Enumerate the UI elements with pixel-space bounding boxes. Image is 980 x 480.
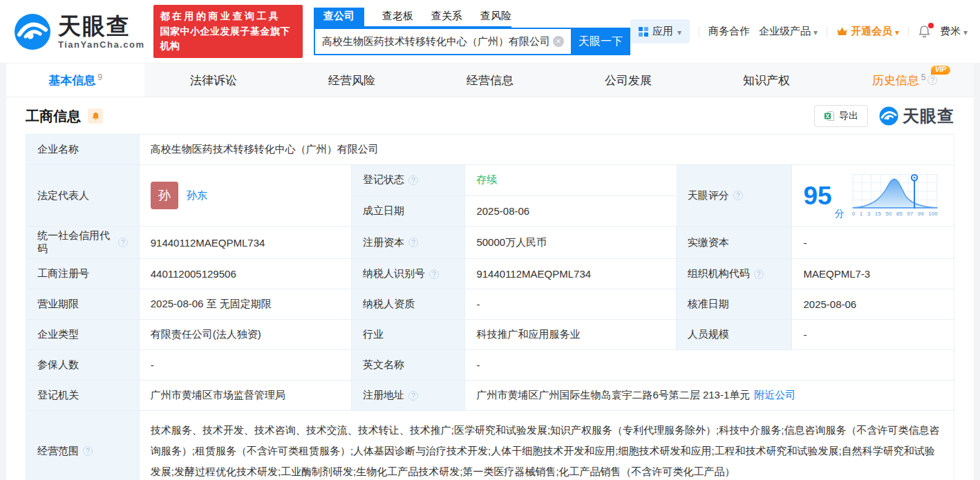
search-area: 查公司 查老板 查关系 查风险 天眼一下 — [314, 8, 630, 55]
tab-company-development[interactable]: 公司发展 — [559, 64, 697, 97]
avatar[interactable]: 孙 — [151, 182, 178, 209]
chevron-down-icon — [813, 26, 818, 37]
search-tab-relation[interactable]: 查关系 — [431, 8, 462, 26]
help-icon[interactable] — [429, 269, 439, 279]
field-label: 经营范围 — [26, 411, 140, 480]
field-label: 组织机构代码 — [677, 259, 793, 289]
tab-legal-proceedings[interactable]: 法律诉讼 — [144, 64, 283, 97]
field-label: 天眼评分 — [677, 165, 793, 226]
user-menu[interactable]: 费米 — [940, 25, 968, 38]
nav-divider — [827, 26, 827, 37]
tianyan-score-cell[interactable]: 95 分 — [792, 165, 954, 226]
tab-count: 9 — [97, 73, 102, 82]
notifications-bell[interactable] — [918, 25, 931, 38]
logo-domain: TianYanCha.com — [58, 40, 145, 49]
legal-rep-link[interactable]: 孙东 — [187, 189, 207, 202]
tab-label: 历史信息 — [872, 73, 919, 88]
company-tabs: 基本信息 9 法律诉讼 经营风险 经营信息 公司发展 知识产权 VIP 历史信息… — [6, 64, 974, 97]
approval-date-value: 2025-08-06 — [792, 289, 954, 319]
tab-operating-risk[interactable]: 经营风险 — [283, 64, 421, 97]
status-badge: 存续 — [476, 173, 497, 186]
tab-basic-info[interactable]: 基本信息 9 — [6, 64, 144, 97]
tab-label: 公司发展 — [605, 73, 652, 88]
excel-file-icon — [824, 111, 835, 122]
tab-label: 法律诉讼 — [190, 73, 237, 88]
industry-value: 科技推广和应用服务业 — [465, 320, 676, 349]
help-icon[interactable] — [733, 191, 743, 200]
field-label: 统一社会信用代码 — [26, 227, 140, 258]
field-label: 登记机关 — [26, 381, 140, 410]
help-icon[interactable] — [83, 446, 93, 456]
brand-slogan: 都在用的商业查询工具 国家中小企业发展子基金旗下机构 — [153, 5, 303, 58]
tab-operating-info[interactable]: 经营信息 — [421, 64, 559, 97]
notification-dot — [928, 23, 934, 28]
section-title: 工商信息 — [26, 107, 81, 126]
field-label: 纳税人识别号 — [352, 259, 465, 289]
search-button[interactable]: 天眼一下 — [571, 28, 630, 55]
help-icon[interactable] — [408, 238, 418, 247]
table-row: 经营范围 技术服务、技术开发、技术咨询、技术交流、技术转让、技术推广;医学研究和… — [26, 411, 954, 480]
top-header: 天眼查 TianYanCha.com 都在用的商业查询工具 国家中小企业发展子基… — [0, 0, 980, 64]
search-input[interactable] — [314, 28, 571, 55]
export-label: 导出 — [839, 110, 858, 122]
subscribe-bell-button[interactable] — [88, 108, 103, 124]
tianyancha-logo[interactable]: 天眼查 TianYanCha.com — [14, 13, 145, 50]
tab-history-info[interactable]: VIP 历史信息 5 — [836, 64, 974, 97]
apps-label: 应用 — [652, 25, 673, 38]
field-label: 参保人数 — [26, 350, 140, 380]
help-icon[interactable] — [118, 238, 128, 247]
nav-enterprise[interactable]: 企业级产品 — [759, 25, 818, 38]
field-label: 纳税人资质 — [352, 289, 465, 319]
watermark-logo: 天眼查 — [879, 105, 954, 127]
field-label: 登记状态 — [352, 165, 465, 195]
vip-badge: VIP — [931, 66, 950, 75]
chevron-down-icon — [677, 26, 681, 37]
nearby-companies-link[interactable]: 附近公司 — [754, 389, 795, 402]
help-icon[interactable] — [754, 269, 764, 279]
help-icon[interactable] — [408, 175, 418, 185]
table-row: 企业名称 高校生物医药技术转移转化中心（广州）有限公司 — [26, 135, 954, 165]
reg-address-cell: 广州市黄埔区广州国际生物岛寰宇二路6号第二层 213-1单元 附近公司 — [465, 381, 954, 410]
score-distribution-chart: 01 315 5085 9799 100 — [851, 174, 939, 218]
slogan-line2: 国家中小企业发展子基金旗下机构 — [160, 24, 296, 54]
insured-count-value: - — [140, 350, 352, 380]
logo-title: 天眼查 — [58, 15, 145, 37]
search-tab-company[interactable]: 查公司 — [314, 8, 364, 26]
nav-cooperation[interactable]: 商务合作 — [708, 25, 750, 38]
clear-search-icon[interactable] — [553, 36, 564, 47]
help-icon[interactable] — [927, 75, 937, 85]
field-label: 注册地址 — [352, 381, 465, 410]
field-label: 行业 — [352, 320, 465, 349]
field-label: 法定代表人 — [26, 165, 140, 226]
table-row: 营业期限 2025-08-06 至 无固定期限 纳税人资质 - 核准日期 202… — [26, 289, 954, 320]
field-label: 营业期限 — [26, 289, 140, 319]
field-label-text: 天眼评分 — [688, 189, 729, 202]
reg-number-value: 440112005129506 — [140, 259, 352, 289]
search-tabs: 查公司 查老板 查关系 查风险 — [314, 8, 511, 28]
score-axis: 01 315 5085 9799 100 — [851, 210, 939, 218]
tab-label: 经营信息 — [467, 73, 513, 88]
field-label: 英文名称 — [352, 350, 465, 380]
field-label-text: 注册资本 — [363, 236, 404, 249]
business-info-section: 工商信息 导出 — [6, 97, 974, 480]
apps-menu[interactable]: 应用 — [630, 19, 690, 44]
score-marker-dot — [913, 177, 915, 179]
export-button[interactable]: 导出 — [814, 105, 868, 127]
business-term-value: 2025-08-06 至 无固定期限 — [140, 289, 352, 319]
tianyancha-logo-icon — [879, 106, 898, 126]
reg-authority-value: 广州市黄埔区市场监督管理局 — [140, 381, 352, 410]
apps-grid-icon — [639, 27, 648, 37]
field-label-text: 注册地址 — [363, 389, 404, 402]
table-row: 登记机关 广州市黄埔区市场监督管理局 注册地址 广州市黄埔区广州国际生物岛寰宇二… — [26, 381, 954, 411]
table-row: 工商注册号 440112005129506 纳税人识别号 91440112MAE… — [26, 259, 954, 289]
nav-open-vip[interactable]: 开通会员 — [836, 25, 899, 38]
field-label: 工商注册号 — [26, 259, 140, 289]
field-label: 核准日期 — [677, 289, 793, 319]
search-tab-risk[interactable]: 查风险 — [480, 8, 511, 26]
field-label-text: 统一社会信用代码 — [37, 229, 114, 256]
tab-intellectual-property[interactable]: 知识产权 — [697, 64, 836, 97]
enterprise-label: 企业级产品 — [759, 25, 811, 38]
help-icon[interactable] — [408, 391, 418, 401]
business-info-table: 企业名称 高校生物医药技术转移转化中心（广州）有限公司 法定代表人 孙 孙东 登… — [26, 134, 954, 480]
search-tab-boss[interactable]: 查老板 — [382, 8, 413, 26]
